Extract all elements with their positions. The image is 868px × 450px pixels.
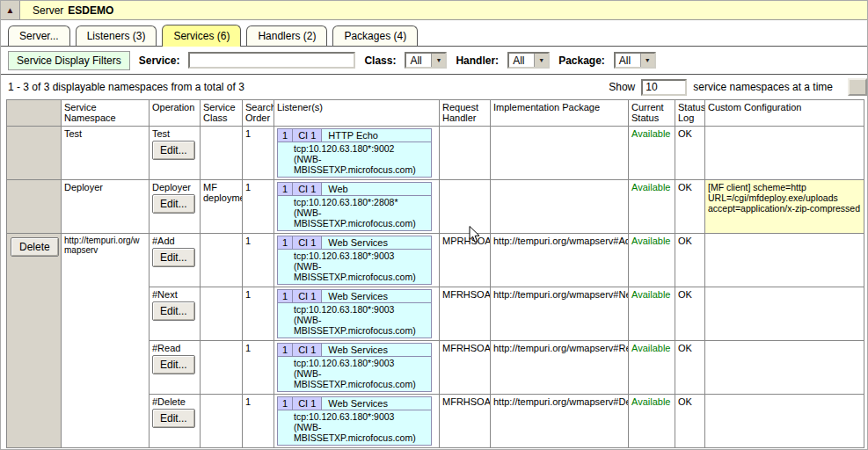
- edit-button[interactable]: Edit...: [152, 194, 195, 214]
- namespace-cell: http://tempuri.org/wmapserv: [62, 234, 150, 448]
- server-label: Server: [33, 4, 63, 17]
- service-class-cell: [201, 234, 243, 287]
- listener-conn: CI 1: [293, 344, 322, 356]
- listeners-cell: 1 CI 1 Web Services tcp:10.120.63.180*:9…: [274, 395, 440, 448]
- listener-conn: CI 1: [293, 183, 322, 195]
- tab-services[interactable]: Services (6): [162, 25, 241, 46]
- listener-box: 1 CI 1 Web Services tcp:10.120.63.180*:9…: [277, 396, 432, 446]
- status-log-cell[interactable]: OK: [675, 341, 705, 395]
- implementation-cell: [491, 127, 629, 180]
- listener-conn: CI 1: [293, 129, 322, 142]
- col-header-custom-config: Custom Configuration: [705, 100, 864, 127]
- implementation-cell: http://tempuri.org/wmapserv#Read: [491, 341, 629, 395]
- listener-number: 1: [278, 183, 293, 195]
- listener-number: 1: [278, 397, 293, 410]
- service-filter-input[interactable]: [188, 52, 355, 69]
- tab-packages[interactable]: Packages (4): [332, 25, 418, 46]
- listener-address: tcp:10.120.63.180*:2808*: [294, 197, 429, 207]
- class-filter-select[interactable]: All ▼: [405, 52, 447, 69]
- service-class-cell: [201, 127, 243, 180]
- listener-host: (NWB-MBISSETXP.microfocus.com): [294, 422, 429, 443]
- mouse-cursor: [469, 226, 481, 243]
- col-header-search-order: Search Order: [243, 100, 274, 127]
- chevron-down-icon: ▼: [534, 54, 548, 67]
- tab-handlers[interactable]: Handlers (2): [246, 25, 327, 46]
- service-class-cell: [201, 395, 243, 448]
- status-badge: Available: [631, 236, 670, 246]
- listener-host: (NWB-MBISSETXP.microfocus.com): [294, 368, 429, 389]
- edit-button[interactable]: Edit...: [152, 409, 195, 428]
- server-name: ESDEMO: [68, 4, 113, 17]
- edit-button[interactable]: Edit...: [152, 248, 195, 267]
- listener-number: 1: [278, 344, 293, 356]
- request-handler-cell: [440, 127, 491, 180]
- listeners-cell: 1 CI 1 Web Services tcp:10.120.63.180*:9…: [274, 341, 440, 395]
- status-badge: Available: [631, 128, 670, 139]
- table-row: Delete http://tempuri.org/wmapserv #Add …: [7, 234, 864, 287]
- search-order-cell: 1: [243, 127, 274, 180]
- custom-config-cell: [705, 395, 864, 448]
- status-log-cell[interactable]: OK: [675, 127, 705, 180]
- handler-filter-select[interactable]: All ▼: [507, 52, 550, 69]
- filter-title: Service Display Filters: [8, 51, 130, 70]
- listener-number: 1: [278, 236, 293, 249]
- status-log-cell[interactable]: OK: [675, 180, 705, 234]
- listener-address: tcp:10.120.63.180*:9002: [294, 143, 429, 154]
- service-class-cell: [201, 287, 243, 341]
- show-count-input[interactable]: [641, 79, 687, 96]
- package-filter-label: Package:: [558, 54, 605, 67]
- listener-box: 1 CI 1 Web Services tcp:10.120.63.180*:9…: [277, 236, 432, 285]
- request-handler-cell: MFRHSOAP: [440, 341, 491, 395]
- status-log-cell[interactable]: OK: [675, 287, 705, 341]
- package-filter-select[interactable]: All ▼: [614, 52, 656, 69]
- services-table: Service Namespace Operation Service Clas…: [6, 99, 864, 448]
- edit-button[interactable]: Edit...: [152, 141, 195, 160]
- status-log-cell[interactable]: OK: [675, 395, 705, 448]
- operation-name: #Delete: [152, 396, 197, 407]
- tab-listeners[interactable]: Listeners (3): [76, 25, 157, 46]
- tab-server[interactable]: Server...: [8, 25, 70, 46]
- collapse-button[interactable]: ▲: [1, 1, 20, 19]
- implementation-cell: http://tempuri.org/wmapserv#Delete: [491, 395, 629, 448]
- table-header-row: Service Namespace Operation Service Clas…: [7, 100, 864, 127]
- custom-config-cell: [705, 287, 864, 341]
- handler-filter-value: All: [509, 54, 534, 67]
- listener-conn: CI 1: [293, 290, 322, 302]
- listener-name: HTTP Echo: [322, 129, 431, 142]
- service-filter-bar: Service Display Filters Service: Class: …: [1, 47, 867, 75]
- implementation-cell: [491, 180, 629, 234]
- implementation-cell: http://tempuri.org/wmapserv#Add: [491, 234, 629, 287]
- delete-button[interactable]: Delete: [11, 237, 59, 257]
- es-admin-page: ▲ Server ESDEMO Server... Listeners (3) …: [0, 0, 868, 450]
- handler-filter-label: Handler:: [456, 54, 499, 67]
- edit-button[interactable]: Edit...: [152, 355, 195, 374]
- operation-cell: #Read Edit...: [150, 341, 201, 395]
- current-status-cell: Available: [629, 127, 675, 180]
- listener-name: Web Services: [322, 290, 431, 302]
- listener-conn: CI 1: [293, 397, 322, 410]
- listener-address: tcp:10.120.63.180*:9003: [294, 250, 429, 261]
- page-nav-button[interactable]: [848, 78, 867, 96]
- search-order-cell: 1: [243, 234, 274, 287]
- listener-number: 1: [278, 129, 293, 142]
- col-header-listeners: Listener(s): [274, 100, 440, 127]
- listener-address: tcp:10.120.63.180*:9003: [294, 358, 429, 368]
- status-badge: Available: [631, 343, 670, 353]
- col-header-namespace: Service Namespace: [62, 100, 150, 127]
- namespace-cell: Test: [62, 127, 150, 180]
- service-class-cell: [201, 341, 243, 395]
- edit-button[interactable]: Edit...: [152, 301, 195, 321]
- operation-name: #Read: [152, 343, 197, 353]
- operation-name: #Next: [152, 289, 197, 300]
- operation-cell: #Next Edit...: [150, 287, 201, 341]
- tab-bar: Server... Listeners (3) Services (6) Han…: [1, 20, 867, 47]
- custom-config-cell: [705, 341, 864, 395]
- status-log-cell[interactable]: OK: [675, 234, 705, 287]
- operation-name: Deployer: [152, 182, 197, 192]
- listener-box: 1 CI 1 Web tcp:10.120.63.180*:2808* (NWB…: [277, 182, 432, 231]
- operation-name: Test: [152, 128, 197, 139]
- operation-cell: Test Edit...: [150, 127, 201, 180]
- col-header-operation: Operation: [150, 100, 201, 127]
- listener-host: (NWB-MBISSETXP.microfocus.com): [294, 154, 429, 175]
- namespace-count-summary: 1 - 3 of 3 displayable namespaces from a…: [8, 81, 609, 93]
